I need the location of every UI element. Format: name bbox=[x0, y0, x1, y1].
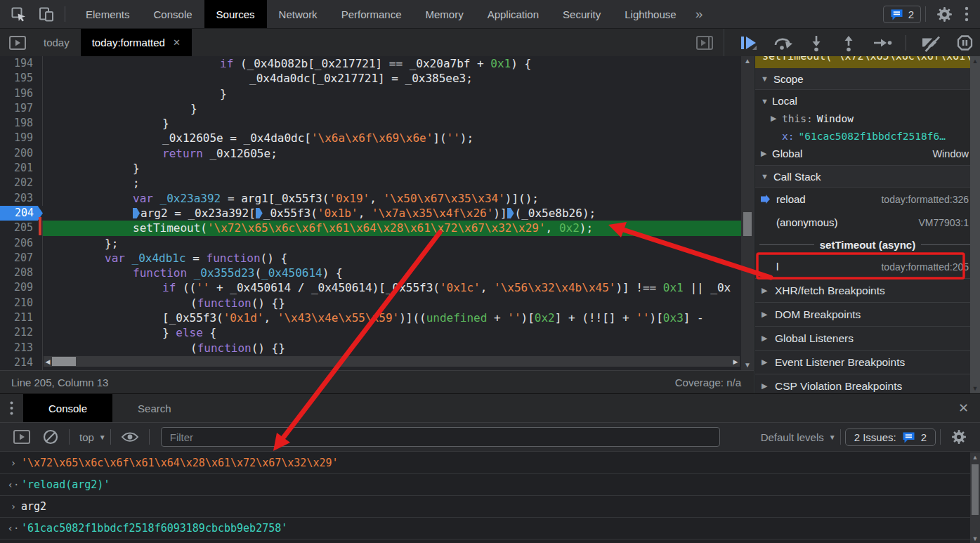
tab-application[interactable]: Application bbox=[476, 0, 551, 28]
line-number-194[interactable]: 194 bbox=[0, 56, 43, 71]
scroll-down-icon[interactable]: ▼ bbox=[970, 535, 980, 542]
section-event-listener-breakpoints[interactable]: ▶Event Listener Breakpoints bbox=[755, 350, 980, 374]
line-number-214[interactable]: 214 bbox=[0, 355, 43, 370]
console-tab-console[interactable]: Console bbox=[23, 394, 112, 422]
line-number-205[interactable]: 205 bbox=[0, 221, 43, 235]
code-text-203[interactable]: var _0x23a392 = arg1[_0x55f3('0x19', '\x… bbox=[43, 191, 741, 206]
code-text-212[interactable]: } else { bbox=[43, 325, 741, 340]
tab-elements[interactable]: Elements bbox=[74, 0, 142, 28]
code-text-205[interactable]: setTimeout('\x72\x65\x6c\x6f\x61\x64\x28… bbox=[43, 221, 741, 235]
console-tab-search[interactable]: Search bbox=[112, 394, 197, 422]
close-drawer-icon[interactable]: ✕ bbox=[947, 394, 980, 422]
line-number-212[interactable]: 212 bbox=[0, 325, 43, 340]
line-number-203[interactable]: 203 bbox=[0, 191, 43, 206]
result-arrow-icon[interactable]: ‹· bbox=[6, 479, 21, 490]
code-text-194[interactable]: if (_0x4b082b[_0x217721] == _0x20a7bf + … bbox=[43, 56, 741, 71]
line-number-209[interactable]: 209 bbox=[0, 280, 43, 295]
console-settings-gear-icon[interactable] bbox=[945, 428, 973, 445]
scope-section-header[interactable]: ▼ Scope bbox=[755, 68, 980, 90]
code-text-209[interactable]: if (('' + _0x450614 / _0x450614)[_0x55f3… bbox=[43, 280, 741, 295]
inline-breakpoint-marker[interactable] bbox=[133, 208, 140, 218]
call-stack-section-header[interactable]: ▼ Call Stack bbox=[755, 166, 980, 188]
drawer-kebab-icon[interactable] bbox=[0, 394, 23, 422]
inline-breakpoint-marker[interactable] bbox=[256, 208, 263, 218]
line-number-211[interactable]: 211 bbox=[0, 310, 43, 325]
line-number-210[interactable]: 210 bbox=[0, 296, 43, 310]
device-toolbar-icon[interactable] bbox=[32, 0, 60, 28]
line-number-198[interactable]: 198 bbox=[0, 116, 43, 131]
section-xhr-fetch-breakpoints[interactable]: ▶XHR/fetch Breakpoints bbox=[755, 278, 980, 302]
line-number-206[interactable]: 206 bbox=[0, 236, 43, 251]
context-selector[interactable]: top bbox=[79, 431, 94, 443]
hscroll-thumb[interactable] bbox=[52, 357, 76, 366]
code-text-208[interactable]: function _0x355d23(_0x450614) { bbox=[43, 266, 741, 280]
scope-group-local[interactable]: ▼Local bbox=[755, 92, 980, 110]
sidebar-scrollbar[interactable]: ▲ ▼ bbox=[970, 56, 980, 393]
step-into-button[interactable] bbox=[802, 34, 831, 52]
line-number-199[interactable]: 199 bbox=[0, 131, 43, 145]
issues-badge[interactable]: 2 bbox=[883, 6, 921, 23]
close-tab-icon[interactable]: ✕ bbox=[173, 37, 181, 48]
console-scroll-thumb[interactable] bbox=[972, 464, 979, 515]
tab-network[interactable]: Network bbox=[267, 0, 329, 28]
tab-security[interactable]: Security bbox=[551, 0, 613, 28]
section-global-listeners[interactable]: ▶Global Listeners bbox=[755, 326, 980, 350]
tab-sources[interactable]: Sources bbox=[204, 0, 267, 28]
live-expression-eye-icon[interactable] bbox=[115, 430, 145, 444]
section-dom-breakpoints[interactable]: ▶DOM Breakpoints bbox=[755, 302, 980, 326]
line-number-202[interactable]: 202 bbox=[0, 176, 43, 190]
step-button[interactable] bbox=[866, 34, 899, 52]
tab-memory[interactable]: Memory bbox=[414, 0, 476, 28]
code-text-206[interactable]: }; bbox=[43, 236, 741, 251]
scope-prop-this[interactable]: ▶this:Window bbox=[755, 110, 980, 127]
tab-console[interactable]: Console bbox=[142, 0, 204, 28]
inline-breakpoint-marker[interactable] bbox=[507, 208, 514, 218]
pause-on-exceptions-button[interactable] bbox=[950, 34, 980, 52]
scroll-left-icon[interactable]: ◀ bbox=[44, 358, 52, 365]
code-text-199[interactable]: _0x12605e = _0x4da0dc['\x6a\x6f\x69\x6e'… bbox=[43, 131, 741, 145]
code-text-213[interactable]: (function() {} bbox=[43, 341, 741, 355]
inspect-element-icon[interactable] bbox=[4, 0, 32, 28]
panel-toggle-icon[interactable] bbox=[695, 29, 714, 56]
scroll-up-icon[interactable]: ▲ bbox=[741, 56, 754, 66]
step-over-button[interactable] bbox=[766, 34, 799, 52]
console-issues-badge[interactable]: 2 Issues: 2 bbox=[845, 428, 936, 446]
vscroll-thumb[interactable] bbox=[743, 212, 752, 236]
code-text-210[interactable]: (function() {} bbox=[43, 296, 741, 310]
code-text-202[interactable]: ; bbox=[43, 176, 741, 190]
scope-prop-x[interactable]: x:"61cac5082f1bbdcf2518f6… bbox=[755, 127, 980, 145]
scope-group-global[interactable]: ▶GlobalWindow bbox=[755, 145, 980, 162]
call-stack-frame-l[interactable]: ltoday:formatted:205 bbox=[755, 255, 980, 278]
console-scrollbar[interactable]: ▲ ▼ bbox=[970, 452, 980, 543]
line-number-200[interactable]: 200 bbox=[0, 146, 43, 161]
line-number-213[interactable]: 213 bbox=[0, 341, 43, 355]
file-tab-today-formatted[interactable]: today:formatted✕ bbox=[81, 29, 192, 56]
scroll-up-icon[interactable]: ▲ bbox=[970, 58, 980, 65]
code-text-201[interactable]: } bbox=[43, 161, 741, 176]
line-number-197[interactable]: 197 bbox=[0, 101, 43, 116]
console-filter-input[interactable] bbox=[161, 427, 720, 447]
input-chevron-icon[interactable]: › bbox=[6, 501, 21, 512]
resume-script-button[interactable] bbox=[733, 34, 764, 52]
clear-console-icon[interactable] bbox=[37, 428, 65, 445]
line-number-196[interactable]: 196 bbox=[0, 86, 43, 101]
code-text-200[interactable]: return _0x12605e; bbox=[43, 146, 741, 161]
line-number-201[interactable]: 201 bbox=[0, 161, 43, 176]
console-input-entry[interactable]: ›'\x72\x65\x6c\x6f\x61\x64\x28\x61\x72\x… bbox=[0, 452, 970, 474]
console-sidebar-toggle-icon[interactable] bbox=[7, 429, 37, 445]
step-out-button[interactable] bbox=[834, 34, 863, 52]
input-chevron-icon[interactable]: › bbox=[6, 457, 21, 469]
code-text-196[interactable]: } bbox=[43, 86, 741, 101]
result-arrow-icon[interactable]: ‹· bbox=[6, 523, 21, 534]
line-number-195[interactable]: 195 bbox=[0, 71, 43, 86]
file-tab-today[interactable]: today bbox=[32, 29, 81, 56]
navigator-toggle-icon[interactable] bbox=[3, 29, 32, 56]
editor-vertical-scrollbar[interactable]: ▲ ▼ bbox=[741, 56, 754, 370]
editor-horizontal-scrollbar[interactable]: ◀ ▶ bbox=[44, 356, 740, 367]
code-text-198[interactable]: } bbox=[43, 116, 741, 131]
settings-gear-icon[interactable] bbox=[930, 6, 959, 23]
code-text-204[interactable]: arg2 = _0x23a392[_0x55f3('0x1b', '\x7a\x… bbox=[43, 206, 741, 221]
console-result-entry[interactable]: ‹·'reload(arg2)' bbox=[0, 474, 970, 496]
scroll-down-icon[interactable]: ▼ bbox=[970, 385, 980, 392]
code-text-195[interactable]: _0x4da0dc[_0x217721] = _0x385ee3; bbox=[43, 71, 741, 86]
